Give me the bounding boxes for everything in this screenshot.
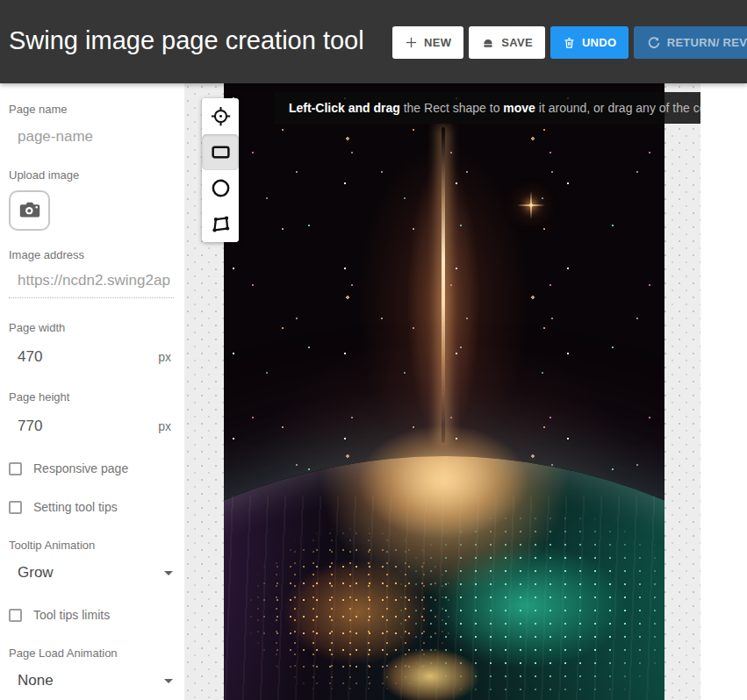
settings-sidebar: Page name Upload image Image address Pag… bbox=[0, 83, 184, 700]
new-button-label: NEW bbox=[424, 36, 451, 49]
upload-image-label: Upload image bbox=[9, 168, 176, 182]
upload-image-button[interactable] bbox=[9, 190, 50, 231]
tool-move-crosshair[interactable] bbox=[202, 98, 239, 134]
rectangle-icon bbox=[210, 141, 232, 163]
page-width-label: Page width bbox=[9, 321, 176, 334]
app-window: Swing image page creation tool NEW SAVE … bbox=[0, 0, 747, 700]
image-address-input[interactable] bbox=[9, 272, 171, 289]
page-name-label: Page name bbox=[9, 103, 176, 116]
checkbox-box[interactable] bbox=[9, 462, 22, 475]
checkbox-box[interactable] bbox=[9, 609, 22, 622]
city-lights-gold-core bbox=[364, 632, 496, 700]
tool-rectangle[interactable] bbox=[202, 134, 239, 170]
tooltip-animation-select[interactable]: Grow bbox=[9, 564, 173, 582]
refresh-icon bbox=[647, 36, 661, 50]
page-image-canvas[interactable] bbox=[224, 83, 664, 700]
tooltip-animation-label: Tooltip Animation bbox=[9, 539, 176, 552]
trash-icon bbox=[563, 36, 576, 50]
return-revert-button[interactable]: RETURN/ REVERT bbox=[634, 26, 747, 59]
page-load-animation-select[interactable]: None bbox=[9, 672, 173, 689]
setting-tool-tips-checkbox[interactable]: Setting tool tips bbox=[9, 500, 176, 514]
page-name-input[interactable] bbox=[9, 128, 171, 146]
page-height-input[interactable] bbox=[9, 418, 114, 435]
move-crosshair-icon bbox=[210, 105, 232, 127]
hint-text-1: the Rect shape to bbox=[400, 101, 504, 115]
plus-icon bbox=[405, 36, 418, 49]
horizon-sunburst bbox=[325, 395, 562, 553]
hint-bold-1: Left-Click and drag bbox=[289, 101, 400, 115]
undo-button[interactable]: UNDO bbox=[550, 26, 628, 59]
circle-icon bbox=[210, 177, 232, 199]
save-icon bbox=[481, 36, 495, 50]
save-button-label: SAVE bbox=[501, 36, 533, 49]
page-width-input[interactable] bbox=[9, 348, 114, 366]
page-title: Swing image page creation tool bbox=[9, 26, 364, 55]
page-width-field: px bbox=[9, 348, 171, 366]
page-height-unit: px bbox=[158, 419, 171, 433]
bright-star-flare bbox=[529, 204, 533, 207]
hint-bold-2: move bbox=[503, 101, 535, 115]
page-height-label: Page height bbox=[9, 390, 176, 404]
checkbox-box[interactable] bbox=[9, 501, 22, 514]
camera-icon bbox=[18, 197, 42, 225]
responsive-page-checkbox[interactable]: Responsive page bbox=[9, 461, 176, 475]
new-button[interactable]: NEW bbox=[392, 26, 463, 59]
tool-circle[interactable] bbox=[202, 170, 239, 206]
page-height-field: px bbox=[9, 418, 171, 435]
chevron-down-icon bbox=[164, 571, 173, 575]
responsive-page-checkbox-label: Responsive page bbox=[33, 461, 128, 475]
undo-button-label: UNDO bbox=[582, 36, 616, 49]
chevron-down-icon bbox=[164, 679, 173, 683]
tooltip-animation-value: Grow bbox=[18, 564, 54, 582]
header-buttons: NEW SAVE UNDO RETURN/ REVERT bbox=[392, 26, 747, 59]
image-address-label: Image address bbox=[9, 248, 176, 261]
polygon-icon bbox=[210, 213, 232, 235]
shape-toolbar bbox=[202, 98, 239, 242]
app-header: Swing image page creation tool NEW SAVE … bbox=[0, 0, 747, 83]
editor-main: Left-Click and drag the Rect shape to mo… bbox=[184, 83, 747, 700]
hint-message-bar: Left-Click and drag the Rect shape to mo… bbox=[274, 92, 700, 124]
page-load-animation-label: Page Load Animation bbox=[9, 646, 176, 660]
page-width-unit: px bbox=[158, 350, 171, 364]
tool-tips-limits-checkbox-label: Tool tips limits bbox=[33, 608, 110, 622]
page-load-animation-value: None bbox=[18, 672, 54, 689]
save-button[interactable]: SAVE bbox=[469, 26, 545, 59]
hint-text-2: it around, or drag any of the contro bbox=[535, 101, 700, 115]
image-address-field-wrap bbox=[9, 272, 174, 298]
setting-tool-tips-checkbox-label: Setting tool tips bbox=[33, 500, 118, 514]
tool-tips-limits-checkbox[interactable]: Tool tips limits bbox=[9, 608, 176, 622]
return-revert-button-label: RETURN/ REVERT bbox=[667, 36, 747, 49]
tool-polygon[interactable] bbox=[202, 206, 239, 242]
